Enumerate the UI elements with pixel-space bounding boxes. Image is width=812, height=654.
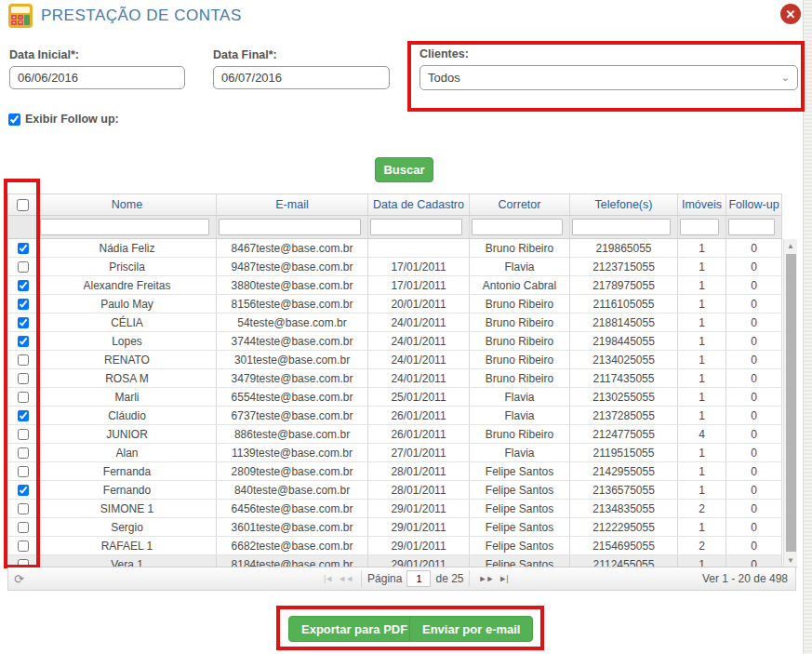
data-inicial-label: Data Inicial*: bbox=[9, 48, 79, 61]
row-checkbox[interactable] bbox=[18, 336, 29, 347]
row-checkbox[interactable] bbox=[18, 429, 29, 440]
row-checkbox[interactable] bbox=[18, 299, 29, 310]
cell-followup: 0 bbox=[726, 369, 782, 387]
cell-corretor: Bruno Ribeiro bbox=[470, 314, 570, 331]
row-checkbox[interactable] bbox=[18, 447, 29, 459]
column-header-email[interactable]: E-mail bbox=[217, 194, 368, 215]
table-row[interactable]: RAFAEL 1 6682teste@base.com.br 29/01/201… bbox=[8, 537, 782, 555]
cell-imoveis: 2 bbox=[678, 500, 726, 517]
cell-data-cadastro: 24/01/2011 bbox=[368, 314, 470, 331]
table-row[interactable]: Alexandre Freitas 3880teste@base.com.br … bbox=[8, 276, 782, 295]
cell-nome: SIMONE 1 bbox=[38, 500, 217, 517]
page-background-stripe bbox=[803, 0, 812, 654]
row-checkbox[interactable] bbox=[18, 317, 29, 328]
filter-input-followup[interactable] bbox=[728, 219, 775, 235]
refresh-icon[interactable]: ⟳ bbox=[14, 572, 24, 586]
cell-telefones: 2142955055 bbox=[570, 462, 678, 480]
table-row[interactable]: Sergio 3601teste@base.com.br 29/01/2011 … bbox=[8, 518, 782, 537]
row-checkbox[interactable] bbox=[18, 485, 29, 496]
cell-nome: Cláudio bbox=[38, 407, 217, 424]
row-checkbox[interactable] bbox=[18, 466, 29, 477]
filter-input-email[interactable] bbox=[219, 219, 361, 235]
row-checkbox[interactable] bbox=[18, 541, 29, 552]
filter-input-corretor[interactable] bbox=[472, 219, 563, 235]
row-checkbox[interactable] bbox=[18, 243, 29, 254]
cell-telefones: 2130255055 bbox=[570, 388, 678, 406]
column-header-imoveis[interactable]: Imóveis bbox=[678, 194, 726, 215]
column-header-data-cadastro[interactable]: Data de Cadastro bbox=[368, 194, 470, 215]
table-row[interactable]: Vera 1 8184teste@base.com.br 29/01/2011 … bbox=[8, 555, 782, 567]
column-header-nome[interactable]: Nome bbox=[38, 194, 217, 215]
buscar-button[interactable]: Buscar bbox=[375, 157, 433, 182]
row-checkbox[interactable] bbox=[18, 261, 29, 273]
column-header-corretor[interactable]: Corretor bbox=[470, 194, 570, 215]
cell-email: 9487teste@base.com.br bbox=[217, 258, 368, 275]
filter-input-telefones[interactable] bbox=[572, 219, 671, 235]
cell-nome: RAFAEL 1 bbox=[38, 537, 217, 554]
filter-input-imoveis[interactable] bbox=[680, 219, 719, 235]
cell-followup: 0 bbox=[726, 425, 782, 443]
cell-data-cadastro: 24/01/2011 bbox=[368, 369, 470, 387]
cell-data-cadastro bbox=[368, 239, 470, 257]
cell-email: 6737teste@base.com.br bbox=[217, 407, 368, 424]
last-page-icon[interactable]: ►| bbox=[496, 574, 510, 583]
row-checkbox[interactable] bbox=[18, 559, 29, 568]
table-row[interactable]: Fernando 840teste@base.com.br 28/01/2011… bbox=[8, 481, 782, 500]
scrollbar-thumb[interactable] bbox=[786, 254, 796, 552]
row-checkbox[interactable] bbox=[18, 410, 29, 421]
close-icon[interactable]: ✕ bbox=[780, 4, 801, 24]
cell-data-cadastro: 26/01/2011 bbox=[368, 425, 470, 443]
cell-data-cadastro: 25/01/2011 bbox=[368, 388, 470, 406]
cell-nome: Alan bbox=[38, 444, 217, 461]
cell-email: 8467teste@base.com.br bbox=[217, 239, 368, 257]
table-scrollbar[interactable]: ▲ ▼ bbox=[783, 239, 797, 567]
table-row[interactable]: Lopes 3744teste@base.com.br 24/01/2011 B… bbox=[8, 332, 782, 351]
page-number-input[interactable] bbox=[406, 570, 431, 587]
clientes-select[interactable]: Todos ⌄ bbox=[419, 65, 798, 90]
export-pdf-button[interactable]: Exportar para PDF bbox=[288, 616, 420, 642]
table-row[interactable]: Priscila 9487teste@base.com.br 17/01/201… bbox=[8, 258, 782, 276]
table-row[interactable]: Fernanda 2809teste@base.com.br 28/01/201… bbox=[8, 462, 782, 481]
filter-input-data-cadastro[interactable] bbox=[370, 219, 462, 235]
next-page-icon[interactable]: ►► bbox=[475, 574, 496, 583]
cell-data-cadastro: 20/01/2011 bbox=[368, 295, 470, 313]
row-checkbox[interactable] bbox=[18, 354, 29, 366]
table-row[interactable]: Cláudio 6737teste@base.com.br 26/01/2011… bbox=[8, 407, 782, 425]
first-page-icon[interactable]: |◄ bbox=[321, 574, 335, 583]
select-all-checkbox[interactable] bbox=[17, 199, 29, 211]
row-checkbox[interactable] bbox=[18, 280, 29, 291]
column-header-followup[interactable]: Follow-up bbox=[726, 194, 782, 215]
send-email-button[interactable]: Enviar por e-mail bbox=[409, 616, 533, 642]
table-row[interactable]: Marli 6554teste@base.com.br 25/01/2011 F… bbox=[8, 388, 782, 407]
cell-followup: 0 bbox=[726, 239, 782, 257]
table-row[interactable]: ROSA M 3479teste@base.com.br 24/01/2011 … bbox=[8, 369, 782, 388]
exibir-follow-up-checkbox[interactable] bbox=[8, 113, 20, 126]
cell-imoveis: 1 bbox=[678, 351, 726, 368]
table-row[interactable]: CÉLIA 54teste@base.com.br 24/01/2011 Bru… bbox=[8, 314, 782, 332]
prev-page-icon[interactable]: ◄◄ bbox=[335, 574, 355, 583]
table-row[interactable]: Paulo May 8156teste@base.com.br 20/01/20… bbox=[8, 295, 782, 314]
cell-data-cadastro: 17/01/2011 bbox=[368, 276, 470, 294]
cell-email: 301teste@base.com.br bbox=[217, 351, 368, 368]
cell-email: 1139teste@base.com.br bbox=[217, 444, 368, 461]
data-inicial-field[interactable] bbox=[9, 66, 185, 89]
table-row[interactable]: Nádia Feliz 8467teste@base.com.br Bruno … bbox=[8, 239, 782, 258]
cell-data-cadastro: 28/01/2011 bbox=[368, 462, 470, 480]
scroll-down-icon[interactable]: ▼ bbox=[784, 556, 797, 565]
row-checkbox[interactable] bbox=[18, 503, 29, 514]
table-row[interactable]: RENATO 301teste@base.com.br 24/01/2011 B… bbox=[8, 351, 782, 369]
scroll-up-icon[interactable]: ▲ bbox=[784, 242, 797, 250]
filter-input-nome[interactable] bbox=[40, 219, 209, 235]
row-checkbox[interactable] bbox=[18, 392, 29, 403]
cell-data-cadastro: 24/01/2011 bbox=[368, 332, 470, 350]
cell-telefones: 2134835055 bbox=[570, 500, 678, 517]
table-body: Nádia Feliz 8467teste@base.com.br Bruno … bbox=[8, 239, 797, 567]
table-row[interactable]: JUNIOR 886teste@base.com.br 26/01/2011 B… bbox=[8, 425, 782, 444]
row-checkbox[interactable] bbox=[18, 373, 29, 384]
column-header-telefones[interactable]: Telefone(s) bbox=[570, 194, 678, 215]
table-row[interactable]: Alan 1139teste@base.com.br 27/01/2011 Fl… bbox=[8, 444, 782, 462]
cell-telefones: 2154695055 bbox=[570, 537, 678, 554]
table-row[interactable]: SIMONE 1 6456teste@base.com.br 29/01/201… bbox=[8, 500, 782, 518]
data-final-field[interactable] bbox=[213, 66, 390, 89]
row-checkbox[interactable] bbox=[18, 522, 29, 533]
